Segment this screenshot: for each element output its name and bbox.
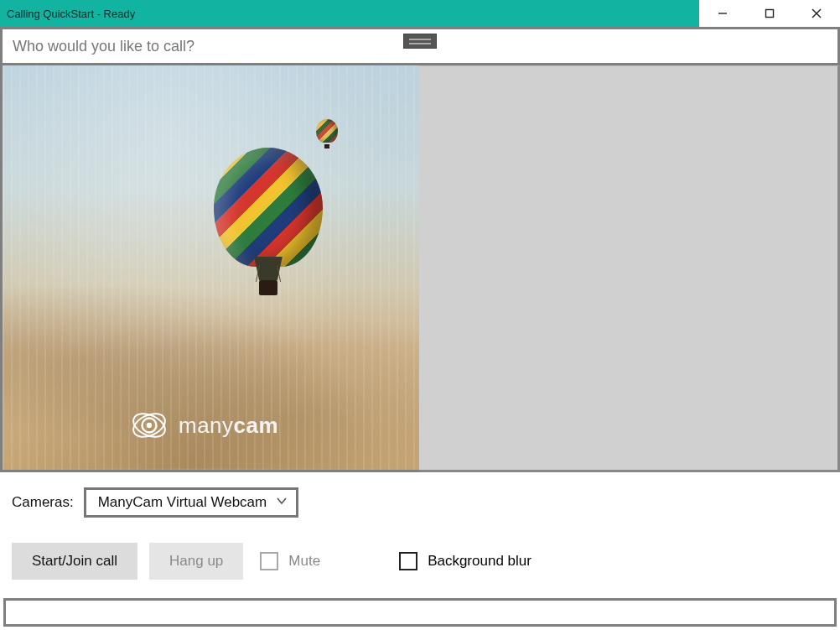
maximize-button[interactable] xyxy=(746,0,793,27)
start-join-call-button[interactable]: Start/Join call xyxy=(12,543,137,580)
grip-handle-icon[interactable] xyxy=(403,34,437,49)
svg-point-7 xyxy=(147,423,152,428)
hang-up-button[interactable]: Hang up xyxy=(149,543,243,580)
manycam-watermark-text: manycam xyxy=(179,413,278,439)
titlebar-spacer xyxy=(142,0,699,27)
mute-checkbox-group: Mute xyxy=(260,552,320,570)
camera-selected-value: ManyCam Virtual Webcam xyxy=(98,494,267,511)
background-blur-label: Background blur xyxy=(428,553,531,570)
background-blur-checkbox[interactable] xyxy=(399,552,417,570)
status-bar xyxy=(3,598,837,627)
window-title: Calling QuickStart - Ready xyxy=(0,0,142,27)
client-area: manycam Cameras: ManyCam Virtual Webcam … xyxy=(0,27,840,630)
remote-video-placeholder xyxy=(419,65,840,472)
close-button[interactable] xyxy=(793,0,840,27)
chevron-down-icon xyxy=(276,494,288,511)
action-row: Start/Join call Hang up Mute Background … xyxy=(12,543,828,580)
controls-panel: Cameras: ManyCam Virtual Webcam Start/Jo… xyxy=(0,472,840,586)
brand-suffix: cam xyxy=(234,413,279,438)
local-video-preview: manycam xyxy=(0,65,419,472)
minimize-button[interactable] xyxy=(699,0,746,27)
manycam-watermark: manycam xyxy=(130,406,278,445)
camera-row: Cameras: ManyCam Virtual Webcam xyxy=(12,487,828,518)
brand-prefix: many xyxy=(179,413,234,438)
background-blur-checkbox-group: Background blur xyxy=(399,552,531,570)
titlebar: Calling QuickStart - Ready xyxy=(0,0,840,27)
mute-checkbox[interactable] xyxy=(260,552,278,570)
video-area: manycam xyxy=(0,65,840,472)
camera-select[interactable]: ManyCam Virtual Webcam xyxy=(84,487,298,518)
window-system-buttons xyxy=(699,0,840,27)
mute-label: Mute xyxy=(288,553,320,570)
manycam-logo-icon xyxy=(130,406,169,445)
svg-rect-1 xyxy=(766,10,774,18)
camera-label: Cameras: xyxy=(12,494,74,511)
hot-air-balloon-icon xyxy=(214,148,323,315)
